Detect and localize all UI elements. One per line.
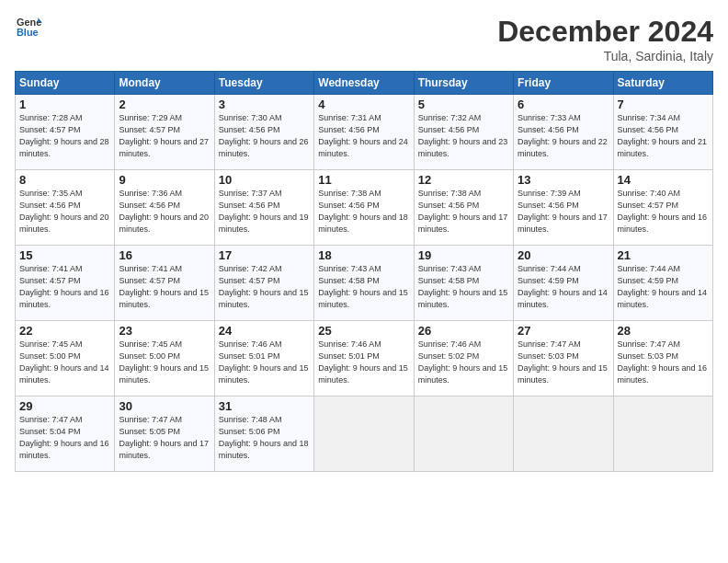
table-row: 11 Sunrise: 7:38 AMSunset: 4:56 PMDaylig… xyxy=(314,170,414,246)
day-info: Sunrise: 7:43 AMSunset: 4:58 PMDaylight:… xyxy=(418,263,509,311)
day-info: Sunrise: 7:37 AMSunset: 4:56 PMDaylight:… xyxy=(219,188,310,236)
day-info: Sunrise: 7:39 AMSunset: 4:56 PMDaylight:… xyxy=(518,188,609,236)
table-row: 14 Sunrise: 7:40 AMSunset: 4:57 PMDaylig… xyxy=(613,170,712,246)
day-number: 12 xyxy=(418,173,509,187)
day-info: Sunrise: 7:40 AMSunset: 4:57 PMDaylight:… xyxy=(618,188,709,236)
table-row: 31 Sunrise: 7:48 AMSunset: 5:06 PMDaylig… xyxy=(214,396,313,472)
day-info: Sunrise: 7:28 AMSunset: 4:57 PMDaylight:… xyxy=(19,112,110,160)
table-row: 3 Sunrise: 7:30 AMSunset: 4:56 PMDayligh… xyxy=(214,95,313,170)
col-saturday: Saturday xyxy=(613,72,712,95)
day-number: 1 xyxy=(19,98,110,111)
col-wednesday: Wednesday xyxy=(314,72,414,95)
day-number: 11 xyxy=(318,173,409,187)
day-number: 7 xyxy=(618,98,709,111)
table-row: 27 Sunrise: 7:47 AMSunset: 5:03 PMDaylig… xyxy=(514,321,613,396)
day-number: 21 xyxy=(618,248,709,262)
table-row: 4 Sunrise: 7:31 AMSunset: 4:56 PMDayligh… xyxy=(314,95,414,170)
day-number: 26 xyxy=(418,324,509,338)
day-info: Sunrise: 7:47 AMSunset: 5:03 PMDaylight:… xyxy=(518,339,609,386)
day-number: 14 xyxy=(618,173,709,187)
table-row: 8 Sunrise: 7:35 AMSunset: 4:56 PMDayligh… xyxy=(16,170,115,246)
table-row xyxy=(314,396,414,472)
day-info: Sunrise: 7:30 AMSunset: 4:56 PMDaylight:… xyxy=(219,112,310,160)
day-number: 18 xyxy=(318,248,409,262)
day-info: Sunrise: 7:34 AMSunset: 4:56 PMDaylight:… xyxy=(618,112,709,160)
day-info: Sunrise: 7:32 AMSunset: 4:56 PMDaylight:… xyxy=(418,112,509,160)
day-number: 30 xyxy=(119,399,210,413)
table-row: 29 Sunrise: 7:47 AMSunset: 5:04 PMDaylig… xyxy=(16,396,115,472)
table-row: 16 Sunrise: 7:41 AMSunset: 4:57 PMDaylig… xyxy=(115,246,214,321)
day-info: Sunrise: 7:45 AMSunset: 5:00 PMDaylight:… xyxy=(119,339,210,386)
day-number: 19 xyxy=(418,248,509,262)
day-number: 23 xyxy=(119,324,210,338)
col-thursday: Thursday xyxy=(414,72,513,95)
table-row: 18 Sunrise: 7:43 AMSunset: 4:58 PMDaylig… xyxy=(314,246,414,321)
table-row: 25 Sunrise: 7:46 AMSunset: 5:01 PMDaylig… xyxy=(314,321,414,396)
day-number: 25 xyxy=(318,324,409,338)
table-row: 17 Sunrise: 7:42 AMSunset: 4:57 PMDaylig… xyxy=(214,246,313,321)
day-info: Sunrise: 7:43 AMSunset: 4:58 PMDaylight:… xyxy=(318,263,409,311)
day-number: 15 xyxy=(19,248,110,262)
day-number: 20 xyxy=(518,248,609,262)
table-row: 6 Sunrise: 7:33 AMSunset: 4:56 PMDayligh… xyxy=(514,95,613,170)
table-row: 20 Sunrise: 7:44 AMSunset: 4:59 PMDaylig… xyxy=(514,246,613,321)
table-row: 30 Sunrise: 7:47 AMSunset: 5:05 PMDaylig… xyxy=(115,396,214,472)
day-number: 24 xyxy=(219,324,310,338)
table-row: 2 Sunrise: 7:29 AMSunset: 4:57 PMDayligh… xyxy=(115,95,214,170)
table-row: 24 Sunrise: 7:46 AMSunset: 5:01 PMDaylig… xyxy=(214,321,313,396)
table-row: 13 Sunrise: 7:39 AMSunset: 4:56 PMDaylig… xyxy=(514,170,613,246)
day-info: Sunrise: 7:33 AMSunset: 4:56 PMDaylight:… xyxy=(518,112,609,160)
table-row: 22 Sunrise: 7:45 AMSunset: 5:00 PMDaylig… xyxy=(16,321,115,396)
day-number: 29 xyxy=(19,399,110,413)
location: Tula, Sardinia, Italy xyxy=(497,49,713,63)
col-monday: Monday xyxy=(115,72,214,95)
day-info: Sunrise: 7:35 AMSunset: 4:56 PMDaylight:… xyxy=(19,188,110,236)
day-number: 9 xyxy=(119,173,210,187)
day-info: Sunrise: 7:41 AMSunset: 4:57 PMDaylight:… xyxy=(119,263,210,311)
table-row: 26 Sunrise: 7:46 AMSunset: 5:02 PMDaylig… xyxy=(414,321,513,396)
col-sunday: Sunday xyxy=(16,72,115,95)
day-info: Sunrise: 7:45 AMSunset: 5:00 PMDaylight:… xyxy=(19,339,110,386)
day-info: Sunrise: 7:36 AMSunset: 4:56 PMDaylight:… xyxy=(119,188,210,236)
day-info: Sunrise: 7:44 AMSunset: 4:59 PMDaylight:… xyxy=(618,263,709,311)
table-row: 5 Sunrise: 7:32 AMSunset: 4:56 PMDayligh… xyxy=(414,95,513,170)
day-number: 5 xyxy=(418,98,509,111)
table-row: 1 Sunrise: 7:28 AMSunset: 4:57 PMDayligh… xyxy=(16,95,115,170)
day-info: Sunrise: 7:47 AMSunset: 5:03 PMDaylight:… xyxy=(618,339,709,386)
col-friday: Friday xyxy=(514,72,613,95)
col-tuesday: Tuesday xyxy=(214,72,313,95)
day-info: Sunrise: 7:46 AMSunset: 5:02 PMDaylight:… xyxy=(418,339,509,386)
day-number: 16 xyxy=(119,248,210,262)
day-info: Sunrise: 7:46 AMSunset: 5:01 PMDaylight:… xyxy=(318,339,409,386)
table-row: 21 Sunrise: 7:44 AMSunset: 4:59 PMDaylig… xyxy=(613,246,712,321)
day-number: 3 xyxy=(219,98,310,111)
table-row: 10 Sunrise: 7:37 AMSunset: 4:56 PMDaylig… xyxy=(214,170,313,246)
day-info: Sunrise: 7:38 AMSunset: 4:56 PMDaylight:… xyxy=(418,188,509,236)
svg-text:Blue: Blue xyxy=(17,27,39,38)
table-row: 23 Sunrise: 7:45 AMSunset: 5:00 PMDaylig… xyxy=(115,321,214,396)
table-row: 12 Sunrise: 7:38 AMSunset: 4:56 PMDaylig… xyxy=(414,170,513,246)
day-number: 31 xyxy=(219,399,310,413)
day-number: 8 xyxy=(19,173,110,187)
day-info: Sunrise: 7:42 AMSunset: 4:57 PMDaylight:… xyxy=(219,263,310,311)
day-info: Sunrise: 7:46 AMSunset: 5:01 PMDaylight:… xyxy=(219,339,310,386)
table-row xyxy=(514,396,613,472)
table-row xyxy=(414,396,513,472)
day-number: 17 xyxy=(219,248,310,262)
table-row xyxy=(613,396,712,472)
day-info: Sunrise: 7:31 AMSunset: 4:56 PMDaylight:… xyxy=(318,112,409,160)
table-row: 15 Sunrise: 7:41 AMSunset: 4:57 PMDaylig… xyxy=(16,246,115,321)
day-info: Sunrise: 7:44 AMSunset: 4:59 PMDaylight:… xyxy=(518,263,609,311)
day-info: Sunrise: 7:48 AMSunset: 5:06 PMDaylight:… xyxy=(219,414,310,462)
day-number: 13 xyxy=(518,173,609,187)
day-info: Sunrise: 7:47 AMSunset: 5:04 PMDaylight:… xyxy=(19,414,110,462)
day-info: Sunrise: 7:41 AMSunset: 4:57 PMDaylight:… xyxy=(19,263,110,311)
logo: General Blue xyxy=(15,15,42,44)
day-number: 28 xyxy=(618,324,709,338)
table-row: 7 Sunrise: 7:34 AMSunset: 4:56 PMDayligh… xyxy=(613,95,712,170)
day-number: 10 xyxy=(219,173,310,187)
day-info: Sunrise: 7:38 AMSunset: 4:56 PMDaylight:… xyxy=(318,188,409,236)
table-row: 28 Sunrise: 7:47 AMSunset: 5:03 PMDaylig… xyxy=(613,321,712,396)
month-title: December 2024 xyxy=(497,15,713,49)
day-info: Sunrise: 7:47 AMSunset: 5:05 PMDaylight:… xyxy=(119,414,210,462)
